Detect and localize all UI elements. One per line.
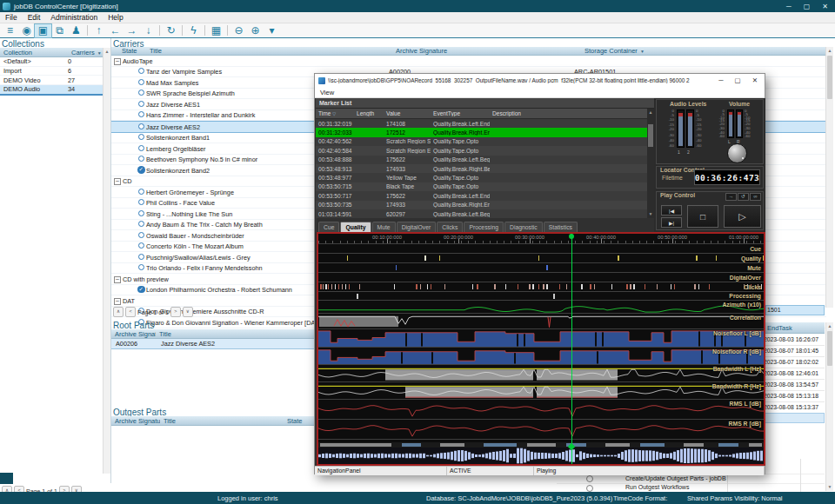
pager-next[interactable]: > (170, 307, 181, 317)
pager-first[interactable]: ∧ (113, 307, 124, 317)
col-archive-signature[interactable]: Archive Signature (111, 330, 156, 338)
track-digitalover[interactable]: DigitalOver (318, 273, 764, 282)
col-storage-container[interactable]: Storage Container▼ (581, 47, 645, 55)
player-close-button[interactable]: ✕ (752, 76, 758, 84)
player-minimize-button[interactable]: ─ (718, 76, 723, 84)
col-title[interactable]: Title (156, 330, 171, 338)
tab-statistics[interactable]: Statistics (544, 222, 578, 233)
tab-diagnostic[interactable]: Diagnostic (504, 222, 543, 233)
timeline-ruler[interactable]: 00:10:00:00000:20:00:00000:30:00:00000:4… (318, 234, 764, 244)
col-eventtype[interactable]: EventType (431, 110, 490, 116)
scroll-up-icon[interactable]: ▲ (826, 47, 833, 55)
playhead[interactable] (571, 234, 572, 464)
tab-quality[interactable]: Quality (340, 222, 371, 233)
skip-end-button[interactable]: ▶| (661, 217, 682, 228)
pager-prev[interactable]: < (125, 307, 136, 317)
marker-row[interactable]: 00:53:50:735174933Quality.Break.Right.En… (316, 201, 647, 209)
col-state[interactable]: State (284, 417, 312, 425)
marker-row[interactable]: 00:53:48:888175622Quality.Break.Left.Beg… (316, 156, 647, 164)
menu-edit[interactable]: Edit (23, 13, 46, 22)
col-archive-signature[interactable]: Archive Signature (111, 417, 160, 425)
waveform-overview[interactable] (318, 448, 764, 464)
close-button[interactable]: ✕ (822, 3, 828, 10)
marker-row[interactable]: 01:03:14:591620297Quality.Break.Left.Beg… (316, 209, 647, 218)
play-button[interactable]: ▷ (724, 205, 761, 228)
tab-mute[interactable]: Mute (372, 222, 396, 233)
nav-prev-icon[interactable]: ← (107, 24, 124, 37)
nav-down-icon[interactable]: ↓ (140, 24, 157, 37)
menu-help[interactable]: Help (103, 13, 128, 22)
track-noisefloor-r-db-[interactable]: Noisefloor R [dB] (318, 348, 764, 365)
track-processing[interactable]: Processing (318, 292, 764, 301)
tab-digitalover[interactable]: DigitalOver (397, 222, 437, 233)
marker-row[interactable]: 00:42:40:562Scratch Region StartQuality.… (316, 137, 647, 146)
marker-row[interactable]: 00:31:32:019174108Quality.Break.Left.End (316, 119, 647, 128)
collapse-icon[interactable]: – (114, 276, 121, 283)
collapse-icon[interactable]: – (114, 178, 121, 185)
skip-start-button[interactable]: |◀ (661, 205, 682, 216)
nav-up-icon[interactable]: ↑ (90, 24, 107, 37)
loop-icon[interactable]: ↺ (738, 193, 749, 201)
collection-row[interactable]: DEMO Audio34 (0, 85, 103, 96)
collection-row[interactable]: <Default>0 (0, 57, 103, 67)
col-description[interactable]: Description (490, 110, 521, 116)
timeline[interactable]: 00:10:00:00000:20:00:00000:30:00:00000:4… (317, 232, 765, 466)
menu-administration[interactable]: Administration (45, 13, 103, 22)
track-clicks[interactable]: Clicks (318, 282, 764, 292)
zoom-out-icon[interactable]: ⊖ (230, 24, 247, 37)
collection-row[interactable]: Import6 (0, 67, 103, 76)
track-rms-l-db-[interactable]: RMS L [dB] (318, 400, 764, 420)
col-value[interactable]: Value (384, 110, 431, 116)
track-bandwidth-r-hz-[interactable]: Bandwidth R [Hz] (318, 382, 764, 400)
window-external-icon[interactable]: ⧉ (51, 24, 68, 37)
speaker-green-icon[interactable] (638, 101, 645, 107)
menu-icon[interactable]: ≡ (2, 24, 18, 37)
zoom-dropdown-icon[interactable]: ▾ (264, 24, 280, 37)
menu-view[interactable]: View (315, 89, 339, 96)
col-carriers[interactable]: Carriers▼ (68, 49, 102, 56)
player-maximize-button[interactable]: ▢ (735, 76, 741, 84)
nav-next-icon[interactable]: → (124, 24, 140, 37)
maximize-button[interactable]: ▢ (804, 3, 811, 10)
window-titlebar[interactable]: jobDB ControlCenter [Digitization] ─ ▢ ✕ (0, 0, 835, 12)
col-title[interactable]: Title (160, 417, 284, 425)
task-selected-row[interactable] (764, 413, 825, 423)
storage-icon[interactable]: ▦ (208, 24, 224, 37)
endtask-header[interactable]: EndTask (764, 322, 825, 334)
col-time[interactable]: Time ▽ (316, 110, 354, 116)
col-title[interactable]: Title (146, 47, 392, 55)
collections-scrollbar[interactable]: ▲ (103, 48, 110, 474)
track-correlation[interactable]: Correlation (318, 314, 764, 329)
carrier-group-row[interactable]: –AudioTape (111, 56, 826, 67)
carrier-wheel-icon[interactable]: ◉ (18, 24, 35, 37)
speaker-teal-icon[interactable] (625, 101, 633, 107)
track-cue[interactable]: Cue (318, 244, 764, 254)
marker-row[interactable]: 00:53:48:913174933Quality.Break.Right.Be… (316, 164, 647, 173)
track-quality[interactable]: Quality (318, 254, 764, 263)
marker-row[interactable]: 00:53:48:977Yellow TapeQuality.Tape.Opto (316, 173, 647, 182)
tab-processing[interactable]: Processing (464, 222, 504, 233)
track-mute[interactable]: Mute (318, 263, 764, 273)
col-collection[interactable]: Collection (0, 49, 68, 56)
scroll-down-icon[interactable]: ▼ (647, 210, 654, 218)
marker-row[interactable]: 00:31:32:033172512Quality.Break.Right.En… (316, 128, 647, 136)
tasks-scrollbar[interactable]: ▲ ▼ (825, 322, 833, 491)
tab-cue[interactable]: Cue (318, 222, 339, 233)
scroll-down-icon[interactable]: ▼ (826, 483, 833, 491)
marker-scrollbar[interactable]: ▲ ▼ (647, 109, 654, 218)
collapse-icon[interactable]: – (114, 58, 121, 65)
menu-file[interactable]: File (0, 13, 23, 22)
infinity-icon[interactable]: ∞ (750, 193, 761, 201)
collection-row[interactable]: DEMO Video27 (0, 76, 103, 85)
refresh-icon[interactable]: ↻ (163, 24, 179, 37)
tab-clicks[interactable]: Clicks (437, 222, 463, 233)
zoom-in-icon[interactable]: ⊕ (247, 24, 264, 37)
marker-row[interactable]: 00:53:50:715Black TapeQuality.Tape.Opto (316, 182, 647, 191)
col-state[interactable]: State (111, 47, 146, 55)
user-icon[interactable]: ♟ (68, 24, 84, 37)
marker-row[interactable]: 00:53:50:717175622Quality.Break.Left.End (316, 191, 647, 200)
stop-button[interactable]: □ (687, 205, 718, 228)
pager-last[interactable]: ∨ (183, 307, 193, 317)
window-digitize-icon[interactable]: ▣ (35, 24, 51, 37)
player-titlebar[interactable]: \\sc-jobandmore\jobDB\GPP5\NOARecord_551… (315, 74, 765, 87)
